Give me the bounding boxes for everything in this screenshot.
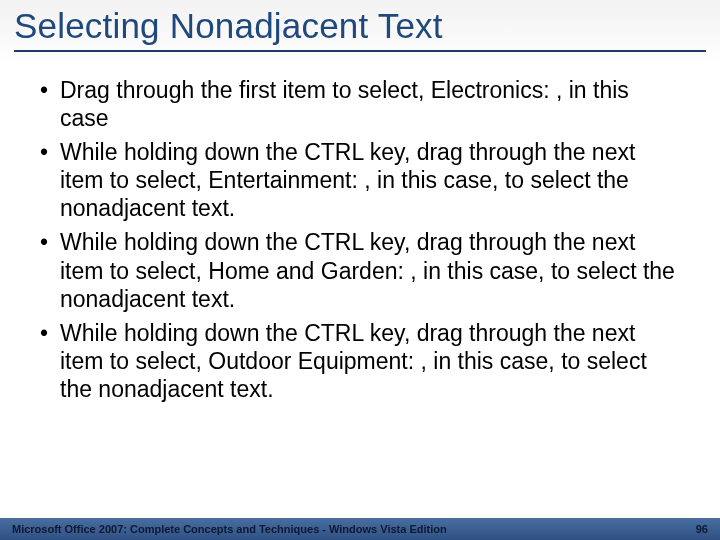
title-area: Selecting Nonadjacent Text bbox=[0, 0, 720, 62]
list-item: While holding down the CTRL key, drag th… bbox=[40, 138, 680, 222]
list-item: While holding down the CTRL key, drag th… bbox=[40, 319, 680, 403]
title-underline bbox=[14, 50, 706, 52]
page-number: 96 bbox=[658, 523, 708, 535]
bullet-list: Drag through the first item to select, E… bbox=[40, 76, 680, 403]
list-item: While holding down the CTRL key, drag th… bbox=[40, 228, 680, 312]
content-area: Drag through the first item to select, E… bbox=[0, 62, 720, 540]
footer-text: Microsoft Office 2007: Complete Concepts… bbox=[12, 523, 658, 535]
footer-bar: Microsoft Office 2007: Complete Concepts… bbox=[0, 518, 720, 540]
list-item: Drag through the first item to select, E… bbox=[40, 76, 680, 132]
slide-title: Selecting Nonadjacent Text bbox=[14, 6, 706, 46]
slide: Selecting Nonadjacent Text Drag through … bbox=[0, 0, 720, 540]
